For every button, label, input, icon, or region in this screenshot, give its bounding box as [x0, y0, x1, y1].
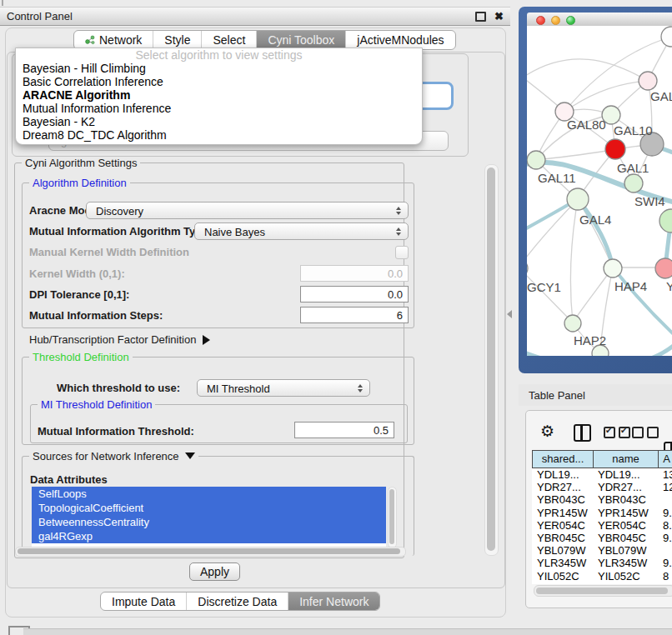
checked-box-icon [619, 427, 630, 438]
network-canvas[interactable] [527, 26, 672, 356]
network-node[interactable] [655, 258, 672, 278]
unchecked-box-icon [647, 427, 659, 438]
algorithm-option[interactable]: Mutual Information Inference [16, 102, 422, 115]
network-node[interactable] [661, 27, 672, 47]
tab-infer-network[interactable]: Infer Network [288, 592, 379, 610]
node-label: GCY1 [527, 280, 561, 294]
mi-threshold-field[interactable]: 0.5 [294, 422, 394, 438]
node-label: GAL4 [579, 212, 611, 227]
network-node[interactable] [527, 259, 528, 278]
table-row[interactable]: YBL079WYBL079W [532, 544, 672, 557]
float-window-icon[interactable] [475, 12, 486, 22]
mi-type-combo[interactable]: Naive Bayes [194, 222, 409, 240]
split-columns-icon[interactable] [574, 424, 591, 442]
settings-vscrollbar[interactable] [484, 164, 499, 556]
attributes-list-scrollbar[interactable] [388, 487, 397, 548]
table-settings-button[interactable] [540, 422, 554, 441]
top-left-tick [2, 0, 3, 6]
table-row[interactable]: YBR045CYBR045C9. [532, 532, 672, 544]
table-row[interactable]: YLR345WYLR345W9. [532, 557, 672, 569]
apply-button[interactable]: Apply [189, 562, 240, 581]
close-panel-icon[interactable]: ✖ [494, 12, 504, 21]
column-header-shared-name[interactable]: shared... [532, 450, 594, 468]
kernel-width-label: Kernel Width (0,1): [29, 268, 125, 280]
node-table[interactable]: YDL19...YDL19...13 YDR27...YDR27...12 YB… [532, 468, 672, 584]
node-label: GAL1 [617, 161, 649, 175]
table-hscrollbar[interactable] [534, 585, 672, 597]
window-minimize-icon[interactable] [551, 16, 560, 25]
data-attributes-label: Data Attributes [30, 473, 108, 486]
aracne-mode-combo[interactable]: Discovery [86, 202, 409, 219]
collapse-down-icon[interactable] [185, 452, 195, 459]
tab-style[interactable]: Style [153, 31, 202, 49]
combo-spinner-icon [396, 207, 401, 215]
network-node[interactable] [604, 259, 622, 278]
app-root: Control Panel ✖ galFiltered.sif default … [0, 0, 672, 635]
window-zoom-icon[interactable] [566, 16, 575, 25]
network-node[interactable] [564, 315, 581, 332]
deselect-all-columns-icon[interactable] [632, 427, 659, 438]
table-row[interactable]: YDR27...YDR27...12 [532, 481, 672, 493]
attribute-item[interactable]: BetweennessCentrality [32, 515, 386, 529]
algorithm-option[interactable]: Bayesian - K2 [16, 115, 422, 128]
dpi-tolerance-label: DPI Tolerance [0,1]: [29, 288, 129, 301]
network-node[interactable] [527, 151, 545, 169]
settings-hscrollbar[interactable] [15, 547, 406, 557]
expand-right-icon [203, 335, 210, 345]
attribute-item[interactable]: TopologicalCoefficient [32, 501, 386, 515]
algorithm-option[interactable]: Basic Correlation Inference [16, 75, 422, 88]
network-node[interactable] [567, 188, 589, 210]
kernel-width-field[interactable]: 0.0 [300, 265, 409, 282]
combo-spinner-icon [358, 384, 363, 392]
window-close-icon[interactable] [536, 16, 545, 25]
attributes-list: SelfLoops TopologicalCoefficient Between… [32, 487, 386, 547]
column-header-name[interactable]: name [593, 450, 659, 468]
node-label: GAL80 [567, 118, 606, 132]
table-row[interactable]: YBR043CYBR043C [532, 493, 672, 506]
tab-network[interactable]: Network [74, 31, 153, 49]
unchecked-box-icon [632, 427, 644, 438]
threshold-definition-title: Threshold Definition [29, 351, 133, 363]
which-threshold-combo[interactable]: MI Threshold [197, 379, 370, 397]
algorithm-option[interactable]: Dream8 DC_TDC Algorithm [16, 128, 422, 142]
table-row[interactable]: YDL19...YDL19...13 [532, 468, 672, 481]
control-panel-titlebar: Control Panel ✖ [0, 7, 510, 26]
column-header-cut[interactable]: A [658, 450, 672, 468]
panel-splitter-arrow[interactable] [507, 310, 512, 318]
manual-kernel-checkbox[interactable] [395, 246, 409, 259]
tab-discretize-data[interactable]: Discretize Data [187, 592, 288, 610]
table-panel-titlebar: Table Panel [519, 384, 672, 406]
node-label: SWI4 [634, 194, 665, 208]
which-threshold-label: Which threshold to use: [57, 382, 180, 394]
algorithm-definition-title: Algorithm Definition [29, 177, 130, 189]
algorithm-popup: Select algorithm to view settings Bayesi… [15, 48, 423, 145]
hub-definition-toggle[interactable]: Hub/Transcription Factor Definition [29, 333, 210, 346]
attribute-item[interactable]: gal4RGexp [32, 529, 386, 543]
table-row[interactable]: YPR145WYPR145W9. [532, 507, 672, 519]
attribute-item[interactable]: SelfLoops [32, 487, 386, 501]
checked-box-icon [604, 427, 615, 438]
mi-threshold-label: Mutual Information Threshold: [38, 425, 194, 438]
bottom-panel-edge [23, 628, 672, 635]
algorithm-option[interactable]: Bayesian - Hill Climbing [16, 62, 422, 75]
network-icon [85, 35, 95, 45]
control-panel-title: Control Panel [7, 10, 475, 22]
network-node-selected[interactable] [605, 139, 625, 159]
network-node[interactable] [639, 72, 657, 90]
network-node[interactable] [624, 174, 643, 192]
tab-jactivemnodules[interactable]: jActiveMNodules [346, 31, 454, 49]
tab-cyni-toolbox[interactable]: Cyni Toolbox [257, 31, 346, 49]
dpi-tolerance-field[interactable]: 0.0 [300, 286, 409, 302]
network-node[interactable] [659, 209, 672, 232]
node-label: GAL10 [614, 123, 653, 138]
algorithm-option-selected[interactable]: ARACNE Algorithm [16, 88, 422, 102]
tab-select[interactable]: Select [202, 31, 257, 49]
table-row[interactable]: YIL052CYIL052C8 [532, 570, 672, 582]
network-window-titlebar [527, 12, 672, 27]
select-all-columns-icon[interactable] [604, 427, 630, 438]
node-label: GAL [650, 89, 672, 103]
tab-impute-data[interactable]: Impute Data [101, 592, 187, 610]
mi-threshold-title: MI Threshold Definition [38, 398, 155, 411]
table-row[interactable]: YER054CYER054C8. [532, 519, 672, 532]
mi-steps-field[interactable]: 6 [300, 307, 409, 323]
